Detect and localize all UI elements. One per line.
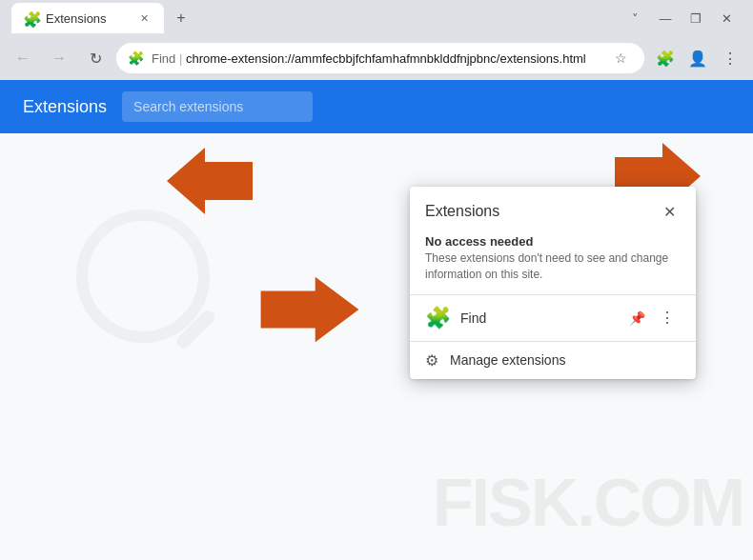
chevron-down-button[interactable]: ˅ — [623, 7, 646, 30]
magnifier-handle — [174, 308, 217, 350]
magnifier-circle — [76, 210, 210, 343]
address-separator: | — [179, 51, 186, 66]
svg-marker-1 — [167, 148, 253, 214]
popup-extension-item: 🧩 Find 📌 ⋮ — [410, 295, 696, 341]
address-text: Find | chrome-extension://ammfecbbjfchfa… — [152, 51, 600, 66]
address-prefix: Find — [152, 51, 175, 66]
extensions-toolbar-button[interactable]: 🧩 — [650, 43, 681, 73]
extensions-placeholder — [76, 210, 210, 343]
popup-pin-button[interactable]: 📌 — [623, 305, 650, 331]
watermark-text: FISK.COM — [433, 465, 743, 541]
popup-header: Extensions ✕ — [410, 187, 696, 230]
popup-extension-actions: 📌 ⋮ — [623, 305, 681, 331]
extensions-page-title: Extensions — [23, 97, 107, 117]
browser-window: 🧩 Extensions ✕ + ˅ — ❐ ✕ ← → ↻ 🧩 Find | … — [0, 0, 753, 560]
address-bar[interactable]: 🧩 Find | chrome-extension://ammfecbbjfch… — [116, 43, 644, 73]
popup-no-access-title: No access needed — [410, 230, 696, 250]
address-extension-icon: 🧩 — [128, 50, 144, 66]
manage-gear-icon: ⚙ — [425, 351, 438, 370]
title-bar: 🧩 Extensions ✕ + ˅ — ❐ ✕ — [0, 0, 753, 36]
tab-title: Extensions — [46, 11, 128, 26]
popup-no-access-desc: These extensions don't need to see and c… — [410, 250, 696, 294]
refresh-button[interactable]: ↻ — [80, 43, 111, 73]
popup-close-button[interactable]: ✕ — [658, 200, 681, 223]
popup-more-button[interactable]: ⋮ — [654, 305, 681, 331]
menu-button[interactable]: ⋮ — [715, 43, 745, 73]
toolbar-actions: 🧩 👤 ⋮ — [650, 43, 745, 73]
new-tab-button[interactable]: + — [168, 5, 194, 31]
popup-manage-extensions[interactable]: ⚙ Manage extensions — [410, 342, 696, 379]
manage-extensions-label: Manage extensions — [450, 352, 565, 368]
close-button[interactable]: ✕ — [715, 7, 738, 30]
page-content: Extensions FISK.COM Extensions ✕ No acce… — [0, 80, 753, 560]
tab-close-button[interactable]: ✕ — [135, 10, 153, 27]
svg-marker-2 — [261, 277, 359, 343]
nav-bar: ← → ↻ 🧩 Find | chrome-extension://ammfec… — [0, 36, 753, 80]
extensions-body: FISK.COM Extensions ✕ No access needed T… — [0, 133, 753, 560]
bookmark-button[interactable]: ☆ — [608, 46, 633, 70]
maximize-button[interactable]: ❐ — [684, 7, 707, 30]
popup-extension-name: Find — [460, 310, 614, 326]
profile-button[interactable]: 👤 — [682, 43, 713, 73]
address-url: chrome-extension://ammfecbbjfchfamhafmnb… — [186, 51, 586, 66]
tab-icon: 🧩 — [23, 10, 38, 26]
back-button[interactable]: ← — [8, 43, 38, 73]
popup-title: Extensions — [425, 203, 658, 220]
forward-button[interactable]: → — [44, 43, 74, 73]
minimize-button[interactable]: — — [654, 7, 677, 30]
extensions-popup: Extensions ✕ No access needed These exte… — [410, 187, 696, 379]
browser-tab[interactable]: 🧩 Extensions ✕ — [11, 3, 164, 33]
extensions-search-input[interactable] — [122, 91, 313, 122]
arrow-to-popup — [257, 271, 362, 348]
extensions-header: Extensions — [0, 80, 753, 133]
popup-extension-icon: 🧩 — [425, 306, 451, 330]
window-controls: ˅ — ❐ ✕ — [623, 7, 745, 30]
